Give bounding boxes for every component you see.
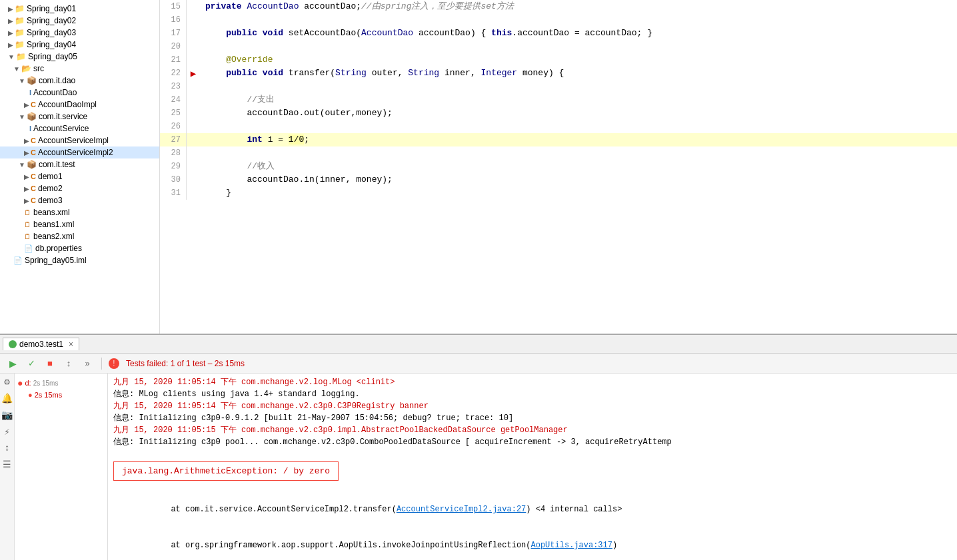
console-line-3: 九月 15, 2020 11:05:14 下午 com.mchange.v2.c…: [113, 400, 952, 412]
code-editor[interactable]: 15 private AccountDao accountDao;//由spri…: [160, 0, 957, 334]
test-root-time: 2s 15ms: [33, 380, 59, 387]
sidebar-item-beans-xml[interactable]: 🗒 beans.xml: [0, 206, 159, 218]
code-line-23: 23: [160, 80, 957, 93]
play-icon: ▶: [9, 358, 17, 369]
sidebar-item-com-it-test[interactable]: ▼ 📦 com.it.test: [0, 158, 159, 170]
code-line-15: 15 private AccountDao accountDao;//由spri…: [160, 0, 957, 13]
run-tab-close[interactable]: ×: [69, 340, 73, 349]
toolbar-separator: [101, 358, 102, 370]
sidebar-item-demo3[interactable]: ▶ C demo3: [0, 194, 159, 206]
console-line-6: 信息: Initializing c3p0 pool... com.mchang…: [113, 436, 952, 448]
test-child-label: 2s 15ms: [35, 391, 63, 399]
breakpoint-arrow: ▶: [191, 68, 196, 79]
test-fail-icon: ●: [17, 378, 23, 388]
run-tab-demo3[interactable]: demo3.test1 ×: [3, 338, 79, 350]
code-line-21: 21 @Override: [160, 53, 957, 67]
gutter-icon-4[interactable]: ⚡: [4, 426, 9, 437]
sidebar-item-com-it-service[interactable]: ▼ 📦 com.it.service: [0, 111, 159, 123]
run-tab-bar: demo3.test1 ×: [0, 335, 957, 354]
sidebar-item-accountdaoimpl[interactable]: ▶ C AccountDaoImpl: [0, 99, 159, 111]
code-content: 15 private AccountDao accountDao;//由spri…: [160, 0, 957, 200]
gutter-icon-3[interactable]: 📷: [1, 410, 13, 421]
stop-icon: ■: [47, 358, 53, 368]
rerun-button[interactable]: ↕: [61, 356, 76, 371]
code-line-22: 22 ▶ public void transfer(String outer, …: [160, 67, 957, 80]
sidebar-item-demo1[interactable]: ▶ C demo1: [0, 170, 159, 182]
sidebar-item-spring_day03[interactable]: ▶ 📁 Spring_day03: [0, 27, 159, 39]
gutter-icon-2[interactable]: 🔔: [1, 393, 13, 404]
test-tree-root[interactable]: ● d: 2s 15ms: [15, 376, 107, 390]
code-line-26: 26: [160, 120, 957, 133]
code-line-29: 29 //收入: [160, 160, 957, 173]
console-line-1: 九月 15, 2020 11:05:14 下午 com.mchange.v2.l…: [113, 376, 952, 388]
stack-line-2: at org.springframework.aop.support.AopUt…: [113, 527, 952, 560]
gutter-icon-5[interactable]: ↕: [4, 443, 9, 453]
check-button[interactable]: ✓: [24, 356, 39, 371]
run-button[interactable]: ▶: [5, 356, 20, 371]
code-line-30: 30 accountDao.in(inner, money);: [160, 173, 957, 186]
code-line-17: 17 public void setAccountDao(AccountDao …: [160, 27, 957, 40]
bottom-content: ⚙ 🔔 📷 ⚡ ↕ ☰ ● d: 2s 15ms ● 2s 15ms 九月 15…: [0, 374, 957, 560]
console-line-2: 信息: MLog clients using java 1.4+ standar…: [113, 388, 952, 400]
check-icon: ✓: [28, 358, 35, 368]
stack-link-1[interactable]: AccountServiceImpl2.java:27: [397, 505, 526, 514]
run-tab-label: demo3.test1: [19, 340, 63, 349]
code-line-24: 24 //支出: [160, 93, 957, 107]
code-line-28: 28: [160, 146, 957, 160]
sidebar-item-accountserviceimpl2[interactable]: ▶ C AccountServiceImpl2: [0, 146, 159, 158]
console-line-5: 九月 15, 2020 11:05:15 下午 com.mchange.v2.c…: [113, 424, 952, 436]
stack-link-2[interactable]: AopUtils.java:317: [531, 541, 612, 550]
sidebar-item-com-it-dao[interactable]: ▼ 📦 com.it.dao: [0, 75, 159, 87]
sidebar-item-accountservice[interactable]: I AccountService: [0, 123, 159, 135]
sidebar-item-src[interactable]: ▼ 📂 src: [0, 63, 159, 75]
sidebar-item-spring-day05-iml[interactable]: 📄 Spring_day05.iml: [0, 254, 159, 266]
sidebar-item-demo2[interactable]: ▶ C demo2: [0, 182, 159, 194]
test-tree: ● d: 2s 15ms ● 2s 15ms: [15, 374, 108, 560]
forward-button[interactable]: »: [80, 356, 95, 371]
sidebar: ▶ 📁 Spring_day01 ▶ 📁 Spring_day02 ▶ 📁 Sp…: [0, 0, 160, 334]
gutter-icon-1[interactable]: ⚙: [4, 376, 9, 388]
sidebar-item-db-properties[interactable]: 📄 db.properties: [0, 242, 159, 254]
code-line-25: 25 accountDao.out(outer,money);: [160, 107, 957, 120]
error-badge: !: [109, 358, 119, 369]
sidebar-item-beans2-xml[interactable]: 🗒 beans2.xml: [0, 230, 159, 242]
gutter-icon-6[interactable]: ☰: [3, 459, 11, 470]
code-line-27: 27 int i = 1/0;: [160, 133, 957, 146]
sidebar-item-beans1-xml[interactable]: 🗒 beans1.xml: [0, 218, 159, 230]
sidebar-item-accountserviceimpl[interactable]: ▶ C AccountServiceImpl: [0, 135, 159, 146]
code-line-20: 20: [160, 40, 957, 53]
stop-button[interactable]: ■: [43, 356, 57, 371]
rerun-icon: ↕: [67, 358, 71, 368]
run-toolbar: ▶ ✓ ■ ↕ » ! Tests failed: 1 of 1 test – …: [0, 354, 957, 374]
test-tree-child[interactable]: ● 2s 15ms: [15, 390, 107, 400]
stack-line-1: at com.it.service.AccountServiceImpl2.tr…: [113, 491, 952, 527]
run-tab-icon: [9, 340, 17, 348]
console-line-4: 信息: Initializing c3p0-0.9.1.2 [built 21-…: [113, 412, 952, 424]
left-gutter: ⚙ 🔔 📷 ⚡ ↕ ☰: [0, 374, 15, 560]
test-status: Tests failed: 1 of 1 test – 2s 15ms: [126, 359, 245, 368]
sidebar-item-spring_day04[interactable]: ▶ 📁 Spring_day04: [0, 39, 159, 51]
main-area: ▶ 📁 Spring_day01 ▶ 📁 Spring_day02 ▶ 📁 Sp…: [0, 0, 957, 334]
test-child-fail-icon: ●: [28, 391, 33, 399]
exception-box: java.lang.ArithmeticException: / by zero: [113, 461, 339, 481]
bottom-panel: demo3.test1 × ▶ ✓ ■ ↕ » ! Tests failed: …: [0, 334, 957, 560]
test-root-label: d:: [25, 379, 31, 387]
sidebar-item-spring_day05[interactable]: ▼ 📁 Spring_day05: [0, 51, 159, 63]
sidebar-item-accountdao[interactable]: I AccountDao: [0, 87, 159, 99]
code-line-16: 16: [160, 13, 957, 27]
sidebar-item-spring_day01[interactable]: ▶ 📁 Spring_day01: [0, 3, 159, 15]
forward-icon: »: [85, 358, 89, 368]
sidebar-item-spring_day02[interactable]: ▶ 📁 Spring_day02: [0, 15, 159, 27]
code-line-31: 31 }: [160, 186, 957, 200]
console-area[interactable]: 九月 15, 2020 11:05:14 下午 com.mchange.v2.l…: [108, 374, 957, 560]
